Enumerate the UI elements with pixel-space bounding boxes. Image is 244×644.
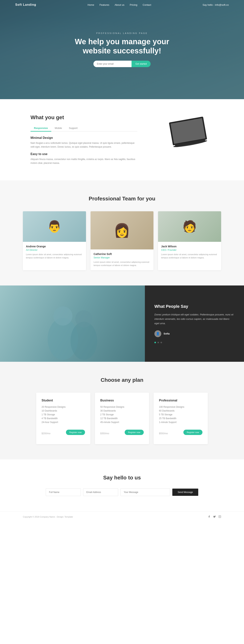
feature-2-title: Easy to use [30, 152, 137, 156]
pricing-section: Choose any plan Student 20 Responsive De… [0, 362, 244, 460]
team-avatar-jack: 🧑 [158, 211, 221, 242]
pricing-tier-professional: Professional [159, 399, 202, 402]
team-avatar-andrew: 👨 [23, 211, 86, 242]
pricing-card-student: Student 20 Responsive Designs 10 Dashboa… [36, 393, 90, 444]
team-role-jack: CEO / Founder [161, 249, 218, 251]
svg-point-8 [75, 310, 92, 328]
nav-about[interactable]: About us [114, 4, 124, 6]
pricing-tier-student: Student [42, 399, 85, 402]
testimonial-box: What People Say Donec pretium tristique … [145, 286, 244, 362]
hero-form: Get started [75, 61, 169, 67]
contact-name-input[interactable] [46, 488, 81, 496]
team-avatar-catherine: 👩 [90, 211, 154, 250]
dot-2[interactable] [158, 342, 159, 343]
author-avatar: 👤 [154, 330, 161, 337]
pricing-feat-s-5: 24-hour Support [42, 421, 85, 424]
contact-message-input[interactable] [120, 488, 170, 496]
team-card-jack: 🧑 Jack Wilson CEO / Founder Lorem ipsum … [158, 211, 221, 270]
pricing-feat-s-2: 10 Dashboards [42, 410, 85, 412]
footer: Copyright © 2018 Company Name - Design: … [0, 511, 244, 522]
svg-rect-9 [219, 516, 221, 518]
team-card-andrew: 👨 Andrew Orange Art Director Lorem ipsum… [23, 211, 86, 270]
tab-responsive[interactable]: Responsive [30, 125, 51, 132]
team-desc-catherine: Lorem ipsum dolor sit amet, consectetur … [94, 260, 150, 267]
nav-features[interactable]: Features [100, 4, 109, 6]
facebook-icon [208, 515, 210, 518]
pricing-feat-s-1: 20 Responsive Designs [42, 406, 85, 408]
pricing-feat-p-4: 25 TB Bandwidth [159, 417, 202, 420]
testimonial-image [0, 286, 145, 362]
laptop-illustration [152, 114, 210, 152]
contact-send-button[interactable]: Send Message [172, 488, 198, 496]
hero-subtitle: PROFESSIONAL LANDING PAGE [75, 32, 169, 34]
footer-copyright: Copyright © 2018 Company Name - Design: … [23, 516, 73, 518]
pricing-price-student: $200/mo [42, 430, 50, 435]
footer-facebook-link[interactable] [208, 515, 210, 518]
footer-twitter-link[interactable] [213, 515, 216, 518]
hero-get-started-button[interactable]: Get started [132, 61, 150, 67]
what-you-get-section: What you get Responsive Mobile Support M… [0, 99, 244, 180]
team-name-andrew: Andrew Orange [26, 245, 83, 248]
testimonial-bg [0, 286, 145, 362]
laptop-container [149, 114, 214, 152]
pricing-price-business: $350/mo [100, 430, 109, 435]
tab-mobile[interactable]: Mobile [51, 125, 66, 132]
dot-1[interactable] [154, 342, 156, 343]
pricing-feat-b-4: 12 TB Bandwidth [100, 417, 144, 420]
pricing-feat-b-5: 45-minute Support [100, 421, 144, 424]
team-role-catherine: Senior Manager [94, 256, 150, 259]
pricing-register-business[interactable]: Register now [125, 430, 144, 435]
nav-pricing[interactable]: Pricing [130, 4, 138, 6]
nav-contact[interactable]: Contact [142, 4, 151, 6]
feature-1: Minimal Design Nam feugiat a arcu sollic… [30, 136, 137, 149]
hero-section: PROFESSIONAL LANDING PAGE We help you ma… [0, 0, 244, 99]
pricing-heading: Choose any plan [23, 377, 221, 383]
tabs: Responsive Mobile Support [30, 125, 137, 132]
contact-heading: Say hello to us [23, 475, 221, 481]
team-role-andrew: Art Director [26, 249, 83, 251]
pricing-period-business: /mo [106, 432, 109, 435]
hero-email-input[interactable] [94, 61, 132, 67]
team-desc-andrew: Lorem ipsum dolor sit amet, consectetur … [26, 253, 83, 260]
pricing-period-professional: /mo [164, 432, 168, 435]
hero-content: PROFESSIONAL LANDING PAGE We help you ma… [75, 32, 169, 67]
tab-support[interactable]: Support [66, 125, 81, 132]
pricing-grid: Student 20 Responsive Designs 10 Dashboa… [36, 393, 208, 444]
navigation: Soft Landing Home Features About us Pric… [0, 0, 244, 10]
dot-3[interactable] [160, 342, 162, 343]
twitter-icon [213, 515, 216, 518]
pricing-feat-b-3: 2 TB Storage [100, 413, 144, 416]
instagram-icon [218, 515, 221, 518]
pricing-feat-b-1: 50 Responsive Designs [100, 406, 144, 408]
contact-email-input[interactable] [83, 488, 118, 496]
pricing-tier-business: Business [100, 399, 144, 402]
team-name-jack: Jack Wilson [161, 245, 218, 248]
nav-home[interactable]: Home [88, 4, 94, 6]
svg-point-6 [54, 306, 72, 326]
pricing-feat-s-3: 1 TB Storage [42, 413, 85, 416]
feature-1-desc: Nam feugiat a arcu sollicitudin luctus. … [30, 141, 137, 149]
contact-form: Send Message [46, 488, 198, 496]
testimonial-section: What People Say Donec pretium tristique … [0, 286, 244, 362]
what-left: What you get Responsive Mobile Support M… [30, 114, 137, 165]
testimonial-heading: What People Say [154, 304, 234, 309]
footer-instagram-link[interactable] [218, 515, 221, 518]
team-section: Professional Team for you 👨 Andrew Orang… [0, 180, 244, 286]
team-card-catherine: 👩 Catherine Soft Senior Manager Lorem ip… [90, 211, 154, 270]
author-name: Sofia [164, 332, 170, 335]
nav-cta: Say hello - info@soft.co [203, 4, 229, 6]
feature-2: Easy to use Aliquam finuca massa, consec… [30, 152, 137, 165]
pricing-register-student[interactable]: Register now [66, 430, 85, 435]
nav-links: Home Features About us Pricing Contact [88, 4, 151, 6]
pricing-feat-b-2: 30 Dashboards [100, 410, 144, 412]
footer-social [208, 515, 221, 518]
pricing-feat-p-2: 60 Dashboards [159, 410, 202, 412]
pricing-period-student: /mo [47, 432, 50, 435]
testimonial-quote: Donec pretium tristique elit eget sodale… [154, 312, 234, 326]
pricing-register-professional[interactable]: Register now [184, 430, 202, 435]
team-desc-jack: Lorem ipsum dolor sit amet, consectetur … [161, 253, 218, 260]
pricing-card-professional: Professional 100 Responsive Designs 60 D… [154, 393, 208, 444]
pricing-price-professional: $550/mo [159, 430, 168, 435]
testimonial-author: 👤 Sofia [154, 330, 234, 337]
pricing-feat-p-3: 5 TB Storage [159, 413, 202, 416]
